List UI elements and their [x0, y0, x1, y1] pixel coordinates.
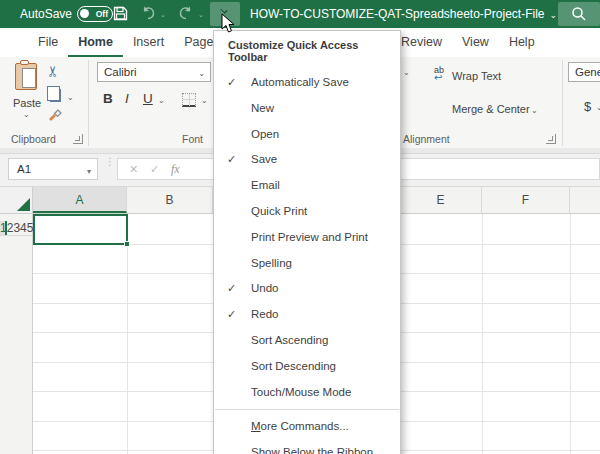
cut-icon[interactable]: ✂ — [44, 65, 62, 78]
check-icon: ✓ — [227, 302, 236, 328]
bold-button[interactable]: B — [103, 91, 113, 106]
qat-menu-item-label: Spelling — [251, 257, 292, 269]
paste-dropdown-chevron-icon[interactable]: ⌄ — [23, 110, 30, 119]
currency-format-button[interactable]: $ — [584, 99, 591, 114]
qat-menu-item[interactable]: ✓ More Commands... — [214, 414, 400, 440]
undo-icon[interactable] — [141, 6, 156, 24]
ribbon-tab[interactable]: View — [452, 28, 499, 57]
title-dropdown-chevron-icon: ⌄ — [545, 10, 558, 20]
redo-icon[interactable] — [178, 6, 193, 24]
qat-menu-item[interactable]: ✓ Quick Print — [214, 199, 400, 225]
number-format-combobox[interactable]: Gener — [568, 62, 600, 82]
save-icon[interactable] — [113, 6, 128, 25]
redo-dropdown-chevron-icon[interactable]: ⌄ — [198, 11, 204, 19]
qat-menu-item[interactable]: ✓ Open — [214, 122, 400, 148]
qat-menu-footer-items: ✓ More Commands... ✓ Show Below the Ribb… — [214, 414, 400, 454]
currency-dropdown-chevron-icon[interactable]: ⌄ — [596, 103, 600, 112]
cancel-icon[interactable]: ✕ — [129, 163, 138, 176]
qat-menu-item[interactable]: ✓ New — [214, 96, 400, 122]
row-header[interactable]: 1 — [0, 221, 7, 236]
paste-button-label[interactable]: Paste — [9, 97, 45, 109]
name-box[interactable]: A1 ▾ — [8, 158, 98, 180]
merge-dropdown-chevron-icon[interactable]: ⌄ — [531, 106, 538, 115]
qat-menu-item[interactable]: ✓ Undo — [214, 276, 400, 302]
font-name-value: Calibri — [104, 66, 137, 78]
ribbon-tab[interactable]: Insert — [123, 28, 174, 57]
copy-icon[interactable] — [50, 89, 61, 102]
gridline — [482, 214, 483, 454]
qat-menu-item[interactable]: ✓ Sort Descending — [214, 354, 400, 380]
column-header-e[interactable]: E — [400, 187, 482, 213]
qat-menu-item[interactable]: ✓ Save — [214, 147, 400, 173]
number-format-value: Gener — [575, 66, 600, 78]
underline-button[interactable]: U — [143, 91, 153, 106]
column-header-partial[interactable] — [570, 187, 600, 213]
qat-menu-item[interactable]: ✓ Sort Ascending — [214, 328, 400, 354]
italic-button[interactable]: I — [125, 91, 129, 106]
underline-dropdown-chevron-icon[interactable]: ⌄ — [158, 96, 165, 105]
insert-function-icon[interactable]: fx — [171, 162, 180, 177]
column-header-f[interactable]: F — [482, 187, 570, 213]
orientation-dropdown-chevron-icon[interactable]: ⌄ — [403, 68, 410, 77]
wrap-text-icon[interactable]: ab↩ — [434, 66, 450, 82]
ribbon-tab[interactable]: Home — [68, 28, 123, 57]
qat-menu-item[interactable]: ✓ Automatically Save — [214, 70, 400, 96]
qat-menu-items: ✓ Automatically Save ✓ New ✓ Open ✓ Save… — [214, 70, 400, 405]
gridline — [127, 214, 128, 454]
font-name-combobox[interactable]: Calibri ⌄ — [97, 62, 211, 82]
column-header-a[interactable]: A — [33, 187, 127, 213]
select-all-triangle-icon — [17, 198, 30, 211]
selected-cell-a1[interactable] — [33, 214, 128, 245]
name-box-chevron-icon: ▾ — [87, 167, 91, 176]
qat-menu-item-label: Undo — [251, 282, 279, 294]
enter-icon[interactable]: ✓ — [150, 163, 159, 176]
qat-menu-item-label: New — [251, 102, 274, 114]
ribbon-tab[interactable]: Help — [499, 28, 545, 57]
copy-dropdown-chevron-icon[interactable]: ⌄ — [67, 93, 74, 102]
clipboard-dialog-launcher-icon[interactable] — [73, 134, 83, 144]
column-header-b[interactable]: B — [127, 187, 213, 213]
undo-dropdown-chevron-icon[interactable]: ⌄ — [160, 11, 166, 19]
ribbon-tab[interactable]: File — [28, 28, 68, 57]
qat-menu-item[interactable]: ✓ Spelling — [214, 251, 400, 277]
clipboard-group-label: Clipboard — [11, 133, 56, 145]
mouse-cursor — [221, 13, 236, 38]
wrap-text-label[interactable]: Wrap Text — [452, 70, 501, 82]
qat-menu-item-label: Email — [251, 179, 280, 191]
qat-menu-item[interactable]: ✓ Redo — [214, 302, 400, 328]
row-header[interactable]: 4 — [20, 221, 27, 236]
title-bar: AutoSave Off ⌄ ⌄ HOW-TO-CUSTOMIZE-QAT-Sp… — [0, 0, 600, 28]
qat-menu-item-label: Open — [251, 128, 279, 140]
gridline — [570, 214, 571, 454]
customize-qat-menu: Customize Quick Access Toolbar ✓ Automat… — [213, 30, 401, 454]
font-name-chevron-icon: ⌄ — [198, 69, 205, 78]
tabs-right: ReviewViewHelp — [391, 28, 545, 57]
document-title[interactable]: HOW-TO-CUSTOMIZE-QAT-Spreadsheeto-Projec… — [250, 7, 550, 21]
fill-handle[interactable] — [124, 241, 130, 247]
qat-menu-item[interactable]: ✓ Touch/Mouse Mode — [214, 380, 400, 406]
qat-menu-item-label: Redo — [251, 308, 279, 320]
qat-menu-item[interactable]: ✓ Email — [214, 173, 400, 199]
qat-menu-item-label: Show Below the Ribbon — [251, 446, 373, 454]
menu-separator — [215, 409, 399, 410]
autosave-toggle-knob — [80, 9, 89, 18]
formula-bar-resize-handle[interactable]: ⋮ — [105, 159, 115, 165]
search-button[interactable] — [558, 2, 600, 26]
check-icon: ✓ — [227, 276, 236, 302]
qat-menu-item[interactable]: ✓ Print Preview and Print — [214, 225, 400, 251]
qat-menu-item[interactable]: ✓ Show Below the Ribbon — [214, 440, 400, 454]
check-icon: ✓ — [227, 70, 236, 96]
qat-menu-item-label: Save — [251, 153, 277, 165]
autosave-toggle[interactable]: Off — [77, 6, 113, 22]
paste-icon[interactable] — [15, 63, 37, 90]
borders-icon[interactable] — [182, 93, 196, 107]
select-all-corner[interactable] — [0, 187, 33, 214]
merge-center-label[interactable]: Merge & Center — [452, 103, 530, 115]
qat-menu-item-label: Print Preview and Print — [251, 231, 368, 243]
borders-dropdown-chevron-icon[interactable]: ⌄ — [201, 96, 208, 105]
format-painter-icon[interactable] — [47, 106, 62, 125]
font-group-label: Font — [182, 133, 203, 145]
alignment-dialog-launcher-icon[interactable] — [546, 134, 556, 144]
search-icon — [571, 6, 587, 22]
name-box-value: A1 — [17, 163, 31, 175]
